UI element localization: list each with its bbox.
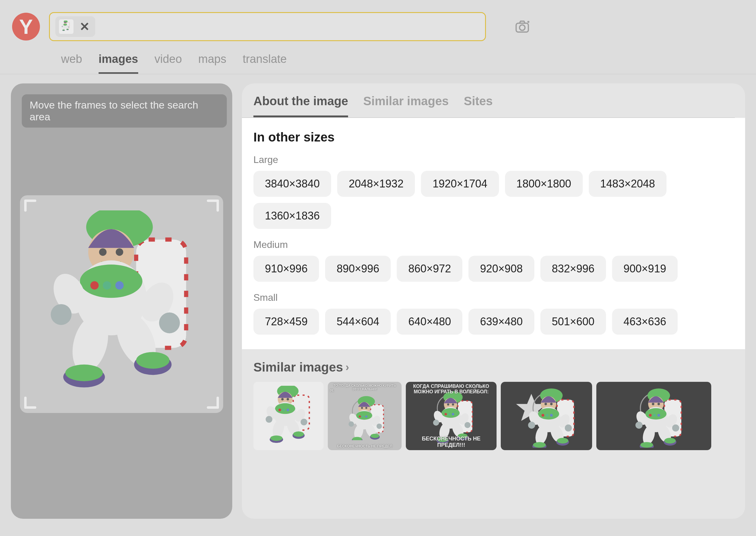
other-sizes-block: In other sizes Large 3840×3840 2048×1932… [242, 118, 745, 349]
size-chip[interactable]: 640×480 [397, 309, 463, 335]
tab-maps[interactable]: maps [198, 52, 226, 72]
crop-panel: Move the frames to select the search are… [11, 84, 232, 519]
similar-thumb[interactable] [254, 382, 324, 450]
size-chip[interactable]: 501×600 [540, 309, 606, 335]
size-chip[interactable]: 544×604 [325, 309, 391, 335]
search-image-chip[interactable]: ✕ [55, 16, 95, 37]
size-chip[interactable]: 3840×3840 [254, 171, 331, 197]
size-chip[interactable]: 832×996 [540, 256, 606, 282]
svg-point-24 [528, 21, 530, 23]
size-chip[interactable]: 728×459 [254, 309, 319, 335]
tab-translate[interactable]: translate [243, 52, 287, 72]
size-group-medium-label: Medium [254, 239, 734, 250]
similar-title: Similar images [254, 360, 343, 375]
svg-point-23 [520, 25, 525, 30]
nav-tabs: web images video maps translate [0, 52, 756, 74]
size-chip[interactable]: 463×636 [612, 309, 678, 335]
subtab-about[interactable]: About the image [254, 94, 348, 117]
size-chip[interactable]: 1800×1800 [505, 171, 583, 197]
results-panel: About the image Similar images Sites In … [242, 84, 745, 519]
meme-caption: Я: [328, 388, 401, 393]
similar-heading[interactable]: Similar images › [254, 360, 734, 375]
crop-handle-tl[interactable] [24, 200, 39, 215]
subtab-sites[interactable]: Sites [464, 94, 493, 117]
size-chip[interactable]: 1360×1836 [254, 203, 331, 229]
similar-thumb[interactable]: ТО-ТО: ДА СКОЛЬКО МОЖНО КУРИТЬ ЭТОТ КАЛЬ… [328, 382, 401, 450]
similar-thumb[interactable] [501, 382, 592, 450]
size-chip[interactable]: 2048×1932 [337, 171, 415, 197]
result-subtabs: About the image Similar images Sites [242, 94, 735, 118]
yandex-logo[interactable]: Y [12, 13, 40, 41]
tab-images[interactable]: images [99, 52, 138, 74]
crop-frame[interactable] [20, 195, 223, 413]
meme-caption: БЕСКОНЕЧНОСТЬ НЕ ПРЕДЕЛ [328, 444, 401, 448]
size-chip[interactable]: 920×908 [468, 256, 534, 282]
tab-web[interactable]: web [61, 52, 82, 72]
meme-caption: БЕСКОНЕЧНОСТЬ НЕ ПРЕДЕЛ!!! [406, 436, 497, 448]
similar-thumb[interactable] [596, 382, 711, 450]
tab-video[interactable]: video [155, 52, 182, 72]
crop-handle-bl[interactable] [24, 394, 39, 409]
size-chip[interactable]: 890×996 [325, 256, 391, 282]
search-bar[interactable]: ✕ [49, 12, 486, 41]
source-image [37, 211, 206, 398]
similar-images-block: Similar images › ТО-ТО: ДА СКОЛЬКО МОЖНО… [242, 349, 745, 450]
logo-letter: Y [19, 15, 33, 38]
size-chip[interactable]: 1920×1704 [421, 171, 498, 197]
subtab-similar[interactable]: Similar images [363, 94, 448, 117]
size-chip[interactable]: 910×996 [254, 256, 319, 282]
meme-caption: КОГДА СПРАШИВАЮ СКОЛЬКО МОЖНО ИГРАТЬ В В… [406, 384, 497, 394]
crop-handle-tr[interactable] [204, 200, 219, 215]
size-chip[interactable]: 860×972 [397, 256, 463, 282]
size-group-large-label: Large [254, 154, 734, 165]
size-chip[interactable]: 1483×2048 [589, 171, 667, 197]
size-group-small-label: Small [254, 292, 734, 303]
clear-search-icon[interactable]: ✕ [80, 20, 90, 33]
size-chip[interactable]: 900×919 [612, 256, 678, 282]
search-thumb-icon [59, 19, 74, 34]
camera-search-icon[interactable] [513, 17, 531, 36]
other-sizes-title: In other sizes [254, 130, 734, 145]
crop-handle-br[interactable] [204, 394, 219, 409]
size-chip[interactable]: 639×480 [468, 309, 534, 335]
crop-hint: Move the frames to select the search are… [22, 94, 227, 128]
similar-thumb[interactable]: КОГДА СПРАШИВАЮ СКОЛЬКО МОЖНО ИГРАТЬ В В… [406, 382, 497, 450]
chevron-right-icon: › [345, 361, 349, 374]
